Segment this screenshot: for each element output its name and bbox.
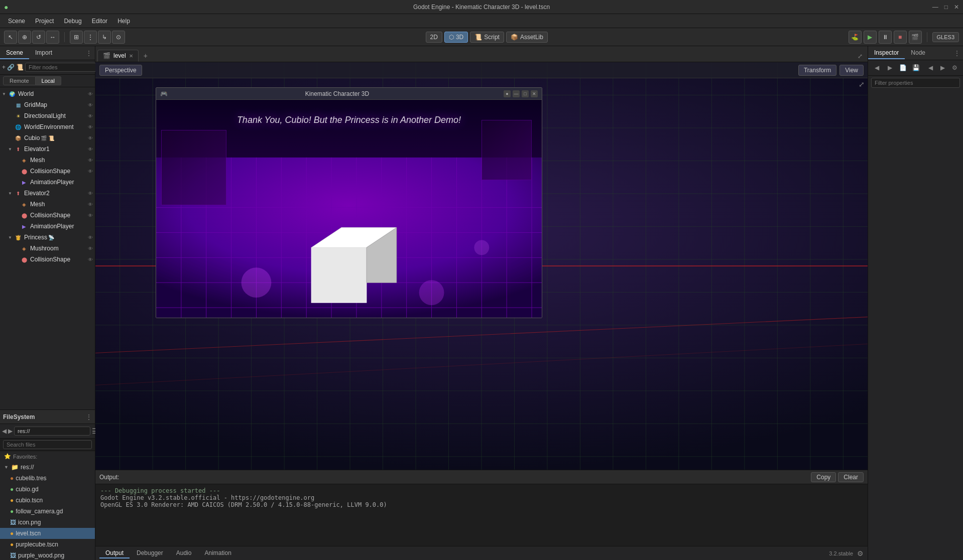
- remote-debug-btn[interactable]: ⛳: [849, 31, 862, 44]
- tree-item-princess[interactable]: ▼ 👸 Princess 📡 👁: [0, 232, 95, 243]
- fs-item-cubelib[interactable]: ● cubelib.tres: [0, 473, 95, 484]
- inspector-nav-back[interactable]: ◀: [925, 62, 936, 73]
- world-vis-icon[interactable]: 👁: [88, 91, 93, 97]
- directionallight-vis-icon[interactable]: 👁: [88, 113, 93, 119]
- add-node-btn[interactable]: +: [2, 62, 6, 73]
- script-btn[interactable]: 📜 Script: [470, 32, 504, 43]
- tree-item-anim1[interactable]: ▶ AnimationPlayer: [0, 177, 95, 188]
- fs-search-input[interactable]: [3, 440, 92, 449]
- fs-path-input[interactable]: [14, 427, 90, 436]
- inspector-history-forward[interactable]: ▶: [884, 62, 895, 73]
- game-min-btn[interactable]: —: [513, 90, 520, 97]
- fs-item-icon[interactable]: 🖼 icon.png: [0, 517, 95, 528]
- movie-btn[interactable]: 🎬: [909, 31, 922, 44]
- tree-item-collision1[interactable]: ⬤ CollisionShape 👁: [0, 166, 95, 177]
- out-tab-animation[interactable]: Animation: [198, 548, 237, 558]
- tab-level-close[interactable]: ✕: [129, 53, 133, 59]
- local-btn-rl[interactable]: Local: [36, 76, 61, 85]
- close-icon[interactable]: ✕: [954, 4, 959, 11]
- tree-item-worldenvironment[interactable]: 🌐 WorldEnvironment 👁: [0, 121, 95, 132]
- editor-tab-level[interactable]: 🎬 Scene level ✕: [97, 50, 139, 62]
- menu-project[interactable]: Project: [31, 17, 58, 26]
- cubio-vis-icon[interactable]: 👁: [88, 135, 93, 141]
- tab-inspector[interactable]: Inspector: [868, 47, 905, 59]
- tree-item-elevator2[interactable]: ▼ ⬆ Elevator2 👁: [0, 188, 95, 199]
- inspector-handle[interactable]: ⋮: [954, 50, 963, 57]
- fs-item-res[interactable]: ▼ 📁 res://: [0, 462, 95, 473]
- fs-back-btn[interactable]: ◀: [2, 426, 7, 437]
- tree-item-cubio[interactable]: 📦 Cubio 🎬 📜 👁: [0, 132, 95, 144]
- elevator1-vis-icon[interactable]: 👁: [88, 147, 93, 152]
- collision1-vis-icon[interactable]: 👁: [88, 169, 93, 174]
- fs-forward-btn[interactable]: ▶: [8, 426, 13, 437]
- tree-item-anim2[interactable]: ▶ AnimationPlayer: [0, 221, 95, 232]
- filesystem-handle[interactable]: ⋮: [86, 413, 92, 421]
- scale-tool-btn[interactable]: ↔: [46, 31, 59, 44]
- stop-btn[interactable]: ■: [894, 31, 907, 44]
- transform-btn[interactable]: Transform: [798, 65, 836, 76]
- collision3-vis-icon[interactable]: 👁: [88, 257, 93, 262]
- tab-node[interactable]: Node: [905, 47, 931, 59]
- game-dot-btn[interactable]: ●: [504, 90, 511, 97]
- minimize-icon[interactable]: —: [932, 4, 938, 11]
- mesh2-vis-icon[interactable]: 👁: [88, 202, 93, 207]
- view-btn[interactable]: View: [839, 65, 864, 76]
- perspective-btn[interactable]: Perspective: [99, 65, 142, 76]
- princess-vis-icon[interactable]: 👁: [88, 235, 93, 240]
- inspector-settings-btn[interactable]: ⚙: [949, 62, 960, 73]
- tree-item-mesh2[interactable]: ◈ Mesh 👁: [0, 199, 95, 210]
- output-settings-icon[interactable]: ⚙: [857, 549, 864, 557]
- menu-debug[interactable]: Debug: [60, 17, 85, 26]
- menu-help[interactable]: Help: [113, 17, 134, 26]
- tree-item-collision3[interactable]: ⬤ CollisionShape 👁: [0, 254, 95, 265]
- tab-scene[interactable]: Scene: [0, 47, 29, 59]
- fs-item-purplewood[interactable]: 🖼 purple_wood.png: [0, 550, 95, 560]
- menu-scene[interactable]: Scene: [4, 17, 29, 26]
- local-btn[interactable]: ↳: [98, 31, 111, 44]
- rotate-tool-btn[interactable]: ↺: [32, 31, 45, 44]
- 2d-btn[interactable]: 2D: [426, 32, 442, 43]
- move-tool-btn[interactable]: ↖: [4, 31, 17, 44]
- 3d-btn[interactable]: ⬡ 3D: [444, 32, 468, 43]
- scene-panel-handle[interactable]: ⋮: [86, 50, 95, 57]
- remote-btn[interactable]: Remote: [3, 76, 36, 85]
- snap-btn[interactable]: ⋮: [84, 31, 97, 44]
- filter-properties-input[interactable]: [871, 78, 960, 88]
- grid-btn[interactable]: ⊞: [70, 31, 83, 44]
- gridmap-vis-icon[interactable]: 👁: [88, 102, 93, 108]
- game-close-btn[interactable]: ✕: [531, 90, 538, 97]
- play-btn[interactable]: ▶: [864, 31, 877, 44]
- tab-import[interactable]: Import: [29, 47, 58, 59]
- collision2-vis-icon[interactable]: 👁: [88, 213, 93, 218]
- tree-item-elevator1[interactable]: ▼ ⬆ Elevator1 👁: [0, 144, 95, 155]
- tree-item-mushroom[interactable]: ◈ Mushroom 👁: [0, 243, 95, 254]
- gles-btn[interactable]: GLES3: [932, 32, 959, 42]
- clear-output-btn[interactable]: Clear: [838, 472, 864, 482]
- tree-item-collision2[interactable]: ⬤ CollisionShape 👁: [0, 210, 95, 221]
- tab-add-btn[interactable]: +: [140, 50, 152, 62]
- tree-item-mesh1[interactable]: ◈ Mesh 👁: [0, 155, 95, 166]
- tree-item-gridmap[interactable]: ▦ GridMap 👁: [0, 99, 95, 110]
- filter-nodes-input[interactable]: [25, 63, 101, 72]
- fs-item-purplecube[interactable]: ● purplecube.tscn: [0, 539, 95, 550]
- out-tab-debugger[interactable]: Debugger: [131, 548, 169, 558]
- menu-editor[interactable]: Editor: [88, 17, 111, 26]
- pause-btn[interactable]: ⏸: [879, 31, 892, 44]
- inspector-save-btn[interactable]: 💾: [910, 62, 921, 73]
- assetlib-btn[interactable]: 📦 AssetLib: [506, 32, 548, 43]
- out-tab-output[interactable]: Output: [99, 548, 130, 558]
- mesh1-vis-icon[interactable]: 👁: [88, 158, 93, 163]
- viewport-expand-btn[interactable]: ⤢: [859, 80, 865, 88]
- pivot-btn[interactable]: ⊙: [112, 31, 125, 44]
- tree-item-world[interactable]: ▼ 🌍 World 👁: [0, 88, 95, 99]
- inspector-history-back[interactable]: ◀: [871, 62, 882, 73]
- tab-expand-btn[interactable]: ⤢: [855, 51, 866, 62]
- fs-item-followcamera[interactable]: ● follow_camera.gd: [0, 506, 95, 517]
- instance-scene-btn[interactable]: 🔗: [7, 62, 15, 73]
- fs-item-level[interactable]: ● level.tscn: [0, 528, 95, 539]
- fs-item-cubiotscn[interactable]: ● cubio.tscn: [0, 495, 95, 506]
- elevator2-vis-icon[interactable]: 👁: [88, 191, 93, 196]
- inspector-file-btn[interactable]: 📄: [897, 62, 908, 73]
- inspector-nav-forward[interactable]: ▶: [937, 62, 948, 73]
- fs-item-cubiogd[interactable]: ● cubio.gd: [0, 484, 95, 495]
